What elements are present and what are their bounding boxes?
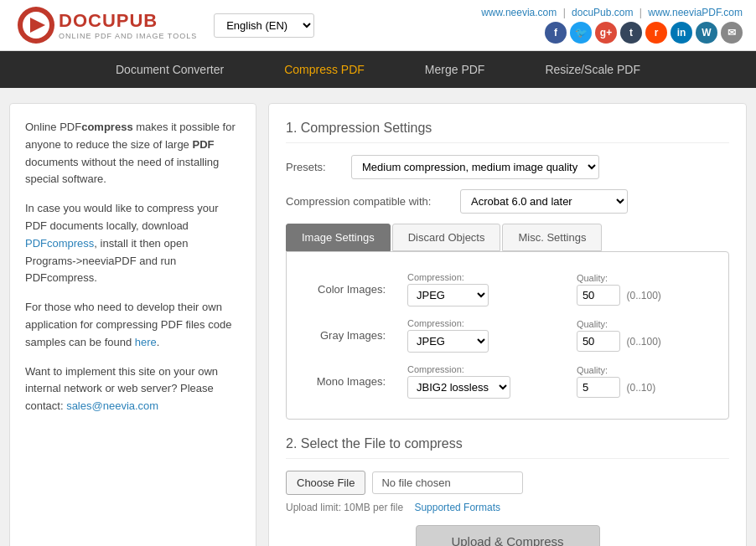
- nav-compress-pdf[interactable]: Compress PDF: [254, 51, 395, 88]
- color-quality-input[interactable]: [577, 285, 620, 306]
- color-quality-cell: Quality: (0..100): [568, 267, 710, 312]
- mono-quality-cell: Quality: (0..10): [568, 359, 710, 404]
- top-right: www.neevia.com | docuPub.com | www.neevi…: [481, 7, 743, 44]
- mono-quality-input[interactable]: [577, 377, 620, 398]
- mono-images-label: Mono Images:: [305, 359, 397, 404]
- nav-document-converter[interactable]: Document Converter: [85, 51, 254, 88]
- supported-formats-link[interactable]: Supported Formats: [414, 502, 500, 513]
- twitter-icon[interactable]: 🐦: [570, 22, 592, 44]
- file-select-row: Choose File No file chosen: [286, 471, 729, 495]
- main-container: Online PDFcompress makes it possible for…: [1, 103, 755, 546]
- language-select[interactable]: English (EN) French (FR) German (DE) Spa…: [214, 13, 314, 38]
- upload-limit-row: Upload limit: 10MB per file Supported Fo…: [286, 502, 729, 513]
- reddit-icon[interactable]: r: [645, 22, 667, 44]
- top-links: www.neevia.com | docuPub.com | www.neevi…: [481, 7, 743, 18]
- mono-quality-range: (0..10): [627, 382, 656, 394]
- table-row: Mono Images: Compression: None CCITT Gro…: [305, 359, 710, 404]
- tab-content-image-settings: Color Images: Compression: None JPEG JPE…: [286, 251, 729, 420]
- language-selector-wrap: English (EN) French (FR) German (DE) Spa…: [214, 13, 314, 38]
- section2-title: 2. Select the File to compress: [286, 436, 729, 459]
- wordpress-icon[interactable]: W: [696, 22, 717, 44]
- neeviapdf-link[interactable]: www.neeviaPDF.com: [648, 7, 743, 18]
- sales-email-link[interactable]: sales@neevia.com: [66, 399, 158, 412]
- color-quality-range: (0..100): [627, 290, 661, 301]
- gray-compression-cell: Compression: None JPEG JPEG2000 Flate ZI…: [399, 313, 567, 358]
- top-bar: DOCUPUB ONLINE PDF AND IMAGE TOOLS Engli…: [0, 0, 756, 51]
- color-compression-select[interactable]: None JPEG JPEG2000 Flate ZIP: [407, 284, 489, 306]
- choose-file-button[interactable]: Choose File: [286, 471, 365, 495]
- compat-select[interactable]: Acrobat 4.0 and later Acrobat 5.0 and la…: [460, 189, 628, 214]
- upload-limit-text: Upload limit: 10MB per file: [286, 502, 403, 513]
- gray-quality-input[interactable]: [577, 331, 620, 352]
- intro-para2: In case you would like to compress your …: [25, 200, 241, 287]
- section1-title: 1. Compression Settings: [286, 121, 729, 143]
- compat-row: Compression compatible with: Acrobat 4.0…: [286, 189, 729, 214]
- social-icons: f 🐦 g+ t r in W ✉: [545, 22, 743, 44]
- presets-row: Presets: Maximum compression, low image …: [286, 155, 729, 179]
- logo-icon: [13, 5, 59, 45]
- neevia-link[interactable]: www.neevia.com: [481, 7, 557, 18]
- image-settings-table: Color Images: Compression: None JPEG JPE…: [303, 265, 712, 405]
- presets-select[interactable]: Maximum compression, low image quality M…: [351, 155, 599, 179]
- mono-compression-select[interactable]: None CCITT Group 3 CCITT Group 4 JBIG2 l…: [407, 376, 510, 399]
- intro-para1: Online PDFcompress makes it possible for…: [25, 119, 241, 188]
- color-images-label: Color Images:: [305, 267, 397, 312]
- presets-label: Presets:: [286, 161, 344, 173]
- section2: 2. Select the File to compress Choose Fi…: [286, 436, 729, 546]
- left-panel: Online PDFcompress makes it possible for…: [9, 103, 256, 546]
- logo-text: DOCUPUB ONLINE PDF AND IMAGE TOOLS: [59, 10, 197, 40]
- brand-sub: ONLINE PDF AND IMAGE TOOLS: [59, 32, 197, 40]
- gray-quality-cell: Quality: (0..100): [568, 313, 710, 358]
- settings-tabs: Image Settings Discard Objects Misc. Set…: [286, 224, 729, 251]
- nav-bar: Document Converter Compress PDF Merge PD…: [0, 51, 756, 88]
- table-row: Gray Images: Compression: None JPEG JPEG…: [305, 313, 710, 358]
- googleplus-icon[interactable]: g+: [595, 22, 617, 44]
- tumblr-icon[interactable]: t: [620, 22, 642, 44]
- tab-discard-objects[interactable]: Discard Objects: [392, 224, 501, 251]
- logo-area: DOCUPUB ONLINE PDF AND IMAGE TOOLS Engli…: [13, 5, 314, 45]
- gray-compression-select[interactable]: None JPEG JPEG2000 Flate ZIP: [407, 330, 489, 353]
- facebook-icon[interactable]: f: [545, 22, 567, 44]
- compat-label: Compression compatible with:: [286, 195, 453, 208]
- here-link[interactable]: here: [135, 336, 157, 348]
- nav-merge-pdf[interactable]: Merge PDF: [395, 51, 515, 88]
- file-name-display: No file chosen: [372, 471, 523, 494]
- gray-quality-range: (0..100): [627, 336, 661, 348]
- linkedin-icon[interactable]: in: [671, 22, 692, 44]
- upload-compress-button[interactable]: Upload & Compress: [416, 525, 600, 546]
- mono-compression-cell: Compression: None CCITT Group 3 CCITT Gr…: [399, 359, 567, 404]
- brand-name: DOCUPUB: [59, 10, 197, 32]
- intro-para4: Want to implement this site on your own …: [25, 363, 241, 415]
- table-row: Color Images: Compression: None JPEG JPE…: [305, 267, 710, 312]
- email-icon[interactable]: ✉: [721, 22, 743, 44]
- nav-resize-pdf[interactable]: Resize/Scale PDF: [515, 51, 671, 88]
- tab-image-settings[interactable]: Image Settings: [286, 224, 391, 251]
- right-panel: 1. Compression Settings Presets: Maximum…: [268, 103, 747, 546]
- tab-misc-settings[interactable]: Misc. Settings: [502, 224, 602, 251]
- color-compression-cell: Compression: None JPEG JPEG2000 Flate ZI…: [399, 267, 567, 312]
- gray-images-label: Gray Images:: [305, 313, 397, 358]
- pdfcompress-link[interactable]: PDFcompress: [25, 237, 94, 250]
- docupub-link[interactable]: docuPub.com: [572, 7, 633, 18]
- intro-para3: For those who need to develop their own …: [25, 299, 241, 351]
